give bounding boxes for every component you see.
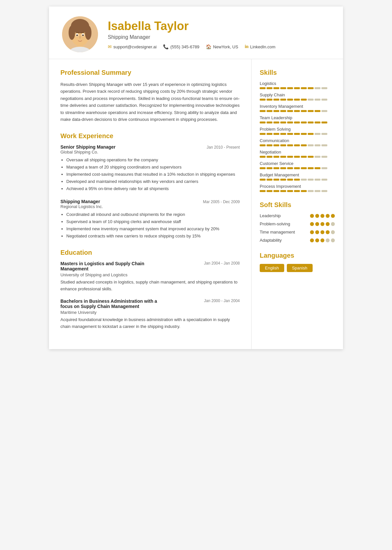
bullet: Managed a team of 20 shipping coordinato… [66, 164, 240, 171]
phone-icon: 📞 [163, 44, 169, 49]
dot-empty [331, 222, 335, 226]
skill-segment-filled [260, 156, 266, 158]
skill-segment-filled [280, 190, 286, 192]
bullet: Oversaw all shipping operations for the … [66, 156, 240, 164]
skills-section: Skills LogisticsSupply ChainInventory Ma… [260, 69, 335, 192]
skill-segment-filled [267, 167, 272, 169]
skill-segment-filled [260, 121, 266, 123]
skill-item: Communication [260, 138, 335, 146]
skill-segment-empty [308, 144, 314, 146]
skill-segment-filled [294, 179, 300, 181]
skill-segment-empty [321, 133, 327, 135]
skill-segment-filled [301, 121, 307, 123]
job-0: Senior Shipping Manager Jan 2010 - Prese… [60, 144, 240, 192]
soft-skill-dots [310, 214, 335, 218]
skill-label: Communication [260, 138, 335, 143]
bullet: Supervised a team of 10 shipping clerks … [66, 218, 240, 225]
skill-segment-empty [308, 179, 314, 181]
edu-0-school: University of Shipping and Logistics [60, 272, 240, 277]
dot-filled [310, 214, 314, 218]
skill-segment-filled [280, 121, 286, 123]
location-icon: 🏠 [206, 44, 211, 49]
skill-segment-filled [321, 121, 327, 123]
contact-list: ✉ support@cvdesigner.ai 📞 (555) 345-6789… [108, 44, 330, 49]
skill-segment-filled [308, 156, 314, 158]
dot-filled [310, 230, 314, 234]
skill-segment-filled [301, 110, 307, 112]
skill-segment-filled [273, 144, 279, 146]
skill-bar [260, 179, 335, 181]
skill-segment-filled [267, 190, 272, 192]
right-column: Skills LogisticsSupply ChainInventory Ma… [252, 59, 343, 349]
location-text: NewYork, US [213, 44, 238, 49]
job-1: Shipping Manager Mar 2005 - Dec 2009 Reg… [60, 199, 240, 240]
contact-linkedin: in LinkedIn.com [245, 44, 275, 49]
skill-label: Problem Solving [260, 127, 335, 132]
skill-segment-filled [301, 99, 307, 101]
skill-segment-filled [315, 167, 320, 169]
skill-segment-filled [280, 144, 286, 146]
skill-segment-filled [280, 167, 286, 169]
skill-segment-filled [280, 87, 286, 89]
left-column: Professional Summary Results-driven Ship… [49, 59, 252, 349]
job-1-title: Shipping Manager [60, 199, 100, 204]
skill-item: Process Improvement [260, 184, 335, 192]
skill-segment-filled [273, 179, 279, 181]
education-section: Education Masters in Logistics and Suppl… [60, 249, 240, 330]
edu-1: Bachelors in Business Administration wit… [60, 299, 240, 330]
skill-segment-filled [287, 156, 293, 158]
candidate-title: Shipping Manager [108, 34, 330, 40]
edu-1-school: Maritime University [60, 310, 240, 315]
skill-segment-filled [294, 121, 300, 123]
skill-bar [260, 99, 335, 101]
linkedin-icon: in [245, 44, 249, 49]
dot-filled [315, 222, 319, 226]
skill-label: Logistics [260, 81, 335, 86]
linkedin-text: LinkedIn.com [250, 44, 275, 49]
language-tags: EnglishSpanish [260, 264, 335, 272]
skill-segment-filled [287, 133, 293, 135]
job-0-company: Global Shipping Co. [60, 150, 240, 154]
svg-point-3 [69, 25, 75, 40]
skill-segment-filled [301, 167, 307, 169]
skill-segment-filled [301, 144, 307, 146]
job-0-bullets: Oversaw all shipping operations for the … [60, 156, 240, 192]
edu-1-desc: Acquired foundational knowledge in busin… [60, 316, 240, 330]
skill-bar [260, 167, 335, 169]
skill-segment-empty [321, 156, 327, 158]
skill-segment-filled [301, 156, 307, 158]
skill-segment-filled [315, 121, 320, 123]
skill-segment-filled [294, 87, 300, 89]
skill-segment-empty [308, 99, 314, 101]
soft-skill-label: Leadership [260, 213, 281, 218]
soft-skills-section: Soft Skills LeadershipProblem-solvingTim… [260, 201, 335, 243]
skill-segment-filled [267, 156, 272, 158]
skill-bar [260, 144, 335, 146]
skill-item: Supply Chain [260, 92, 335, 101]
dot-filled [326, 230, 330, 234]
skill-segment-filled [267, 179, 272, 181]
dot-filled [315, 214, 319, 218]
contact-email: ✉ support@cvdesigner.ai [108, 44, 156, 49]
edu-0-desc: Studied advanced concepts in logistics, … [60, 279, 240, 293]
skill-label: Customer Service [260, 161, 335, 166]
language-tag: Spanish [287, 264, 313, 272]
soft-skill-dots [310, 238, 335, 242]
languages-section: Languages EnglishSpanish [260, 252, 335, 272]
skill-segment-filled [280, 110, 286, 112]
skill-segment-filled [260, 110, 266, 112]
skill-segment-filled [294, 110, 300, 112]
edu-0-date: Jan 2004 - Jan 2008 [204, 261, 240, 266]
skill-segment-filled [287, 87, 293, 89]
skill-segment-empty [321, 179, 327, 181]
skill-segment-empty [315, 144, 320, 146]
skill-label: Inventory Management [260, 104, 335, 109]
skill-segment-filled [267, 87, 272, 89]
skill-item: Logistics [260, 81, 335, 89]
languages-title: Languages [260, 252, 335, 259]
skill-segment-empty [321, 144, 327, 146]
skill-bar [260, 190, 335, 192]
svg-point-4 [85, 25, 91, 40]
skill-segment-filled [273, 110, 279, 112]
header-info: Isabella Taylor Shipping Manager ✉ suppo… [108, 19, 330, 49]
